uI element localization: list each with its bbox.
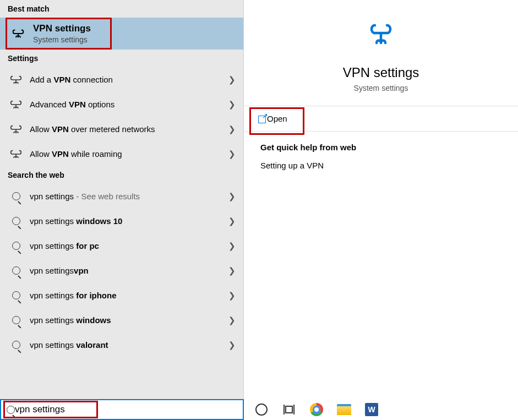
settings-item[interactable]: Advanced VPN options ❯ (0, 92, 243, 117)
search-icon (8, 266, 24, 275)
cortana-icon[interactable] (254, 402, 269, 417)
search-icon (8, 316, 24, 324)
chevron-right-icon: ❯ (228, 266, 236, 276)
detail-title: VPN settings (343, 65, 419, 80)
best-match-result[interactable]: VPN settings System settings (0, 18, 243, 50)
best-match-title: VPN settings (33, 23, 91, 34)
vpn-hero-icon (366, 20, 396, 52)
web-search-item[interactable]: vpn settings windows ❯ (0, 308, 243, 332)
search-query: vpn settings (15, 404, 65, 415)
chevron-right-icon: ❯ (228, 100, 236, 110)
open-external-icon (258, 114, 267, 123)
chevron-right-icon: ❯ (228, 241, 236, 251)
best-match-subtitle: System settings (33, 35, 91, 44)
settings-item-label: Advanced VPN options (30, 100, 228, 109)
search-icon (8, 341, 24, 349)
chevron-right-icon: ❯ (228, 291, 236, 301)
chevron-right-icon: ❯ (228, 315, 236, 325)
search-icon (8, 291, 24, 299)
web-search-item[interactable]: vpn settings - See web results ❯ (0, 184, 243, 209)
web-item-label: vpn settings - See web results (30, 192, 228, 201)
chevron-right-icon: ❯ (228, 149, 236, 159)
help-title: Get quick help from web (260, 143, 501, 152)
settings-item[interactable]: Allow VPN while roaming ❯ (0, 141, 243, 166)
chevron-right-icon: ❯ (228, 75, 236, 85)
chrome-icon[interactable] (309, 402, 324, 417)
open-button[interactable]: Open (244, 106, 518, 132)
settings-item[interactable]: Allow VPN over metered networks ❯ (0, 117, 243, 141)
file-explorer-icon[interactable] (336, 402, 352, 417)
section-search-web: Search the web (0, 166, 243, 184)
section-best-match: Best match (0, 0, 243, 18)
web-item-label: vpn settings for pc (30, 241, 228, 250)
vpn-icon (8, 124, 24, 134)
settings-item[interactable]: Add a VPN connection ❯ (0, 67, 243, 92)
detail-panel: VPN settings System settings Open Get qu… (244, 0, 518, 399)
search-input[interactable]: vpn settings (0, 399, 244, 420)
chevron-right-icon: ❯ (228, 124, 236, 134)
vpn-icon (8, 75, 24, 85)
chevron-right-icon: ❯ (228, 340, 236, 350)
help-link-setup-vpn[interactable]: Setting up a VPN (260, 161, 501, 170)
search-icon (8, 192, 24, 200)
taskbar: W (244, 399, 518, 420)
web-search-item[interactable]: vpn settings valorant ❯ (0, 332, 243, 357)
search-results-panel: Best match VPN settings System settings … (0, 0, 244, 399)
web-search-item[interactable]: vpn settings for pc ❯ (0, 233, 243, 258)
vpn-icon (8, 100, 24, 110)
settings-item-label: Allow VPN over metered networks (30, 124, 228, 134)
web-item-label: vpn settings valorant (30, 340, 228, 350)
section-settings: Settings (0, 50, 243, 67)
web-search-item[interactable]: vpn settings for iphone ❯ (0, 283, 243, 308)
web-item-label: vpn settingsvpn (30, 266, 228, 275)
settings-item-label: Allow VPN while roaming (30, 149, 228, 159)
open-label: Open (267, 114, 287, 123)
web-item-label: vpn settings windows 10 (30, 216, 228, 226)
task-view-icon[interactable] (281, 402, 297, 417)
word-icon[interactable]: W (364, 402, 379, 417)
chevron-right-icon: ❯ (228, 216, 236, 226)
web-search-item[interactable]: vpn settings windows 10 ❯ (0, 209, 243, 233)
vpn-icon (8, 149, 24, 159)
chevron-right-icon: ❯ (228, 192, 236, 201)
settings-item-label: Add a VPN connection (30, 75, 228, 84)
web-item-label: vpn settings for iphone (30, 291, 228, 300)
detail-subtitle: System settings (354, 84, 408, 92)
web-item-label: vpn settings windows (30, 315, 228, 325)
web-search-item[interactable]: vpn settingsvpn ❯ (0, 258, 243, 283)
search-icon (8, 242, 24, 250)
search-icon (7, 406, 15, 414)
vpn-icon (8, 29, 29, 39)
search-icon (8, 217, 24, 225)
